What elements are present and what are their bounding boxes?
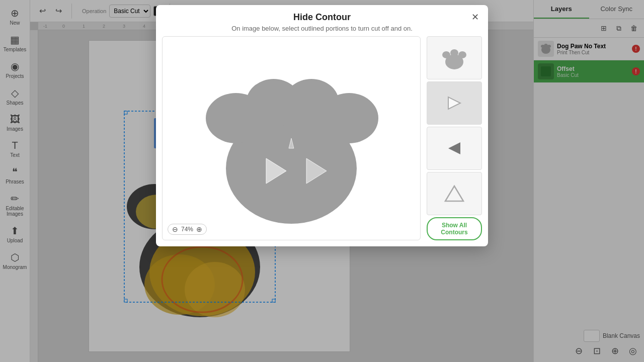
modal-header: Hide Contour On image below, select outl… xyxy=(156,5,488,36)
modal-sidebar: Show All Contours xyxy=(427,36,482,240)
svg-marker-33 xyxy=(448,97,460,109)
contour-thumb-triangle[interactable] xyxy=(427,172,482,215)
svg-marker-35 xyxy=(445,186,463,201)
svg-point-31 xyxy=(450,49,458,56)
contour-thumb-triangle-svg xyxy=(439,178,469,209)
svg-point-32 xyxy=(458,51,466,58)
modal-paw-svg xyxy=(191,48,392,229)
zoom-minus-button[interactable]: ⊖ xyxy=(172,225,178,233)
show-all-contours-button[interactable]: Show All Contours xyxy=(427,217,482,240)
zoom-percent: 74% xyxy=(181,226,193,233)
contour-thumb-paw-svg xyxy=(439,43,469,73)
contour-thumb-arrow-right-svg xyxy=(439,88,469,118)
modal-close-button[interactable]: ✕ xyxy=(469,11,481,23)
contour-thumb-arrow-left-svg xyxy=(439,133,469,163)
modal-zoom-control: ⊖ 74% ⊕ xyxy=(168,224,207,235)
modal-body: ⊖ 74% ⊕ xyxy=(156,36,488,246)
svg-point-30 xyxy=(442,51,450,58)
modal-canvas-preview[interactable]: ⊖ 74% ⊕ xyxy=(162,36,421,240)
svg-marker-34 xyxy=(448,142,460,154)
zoom-plus-button[interactable]: ⊕ xyxy=(196,225,202,233)
svg-point-25 xyxy=(320,93,378,143)
contour-thumb-arrow-right[interactable] xyxy=(427,81,482,125)
hide-contour-modal: Hide Contour On image below, select outl… xyxy=(156,5,488,246)
modal-title: Hide Contour xyxy=(166,12,478,23)
modal-subtitle: On image below, select outlined portions… xyxy=(166,25,478,32)
contour-thumb-paw[interactable] xyxy=(427,36,482,79)
contour-thumb-arrow-left[interactable] xyxy=(427,127,482,170)
modal-overlay: Hide Contour On image below, select outl… xyxy=(0,0,644,362)
